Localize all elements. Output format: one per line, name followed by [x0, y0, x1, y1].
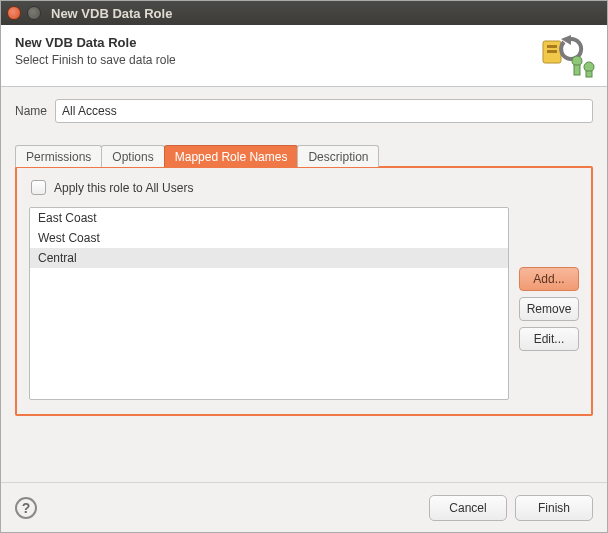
window-title: New VDB Data Role [51, 6, 172, 21]
role-listbox[interactable]: East Coast West Coast Central [29, 207, 509, 400]
apply-all-users-row: Apply this role to All Users [31, 180, 579, 195]
svg-rect-1 [547, 45, 557, 48]
wizard-decoration-icon [541, 31, 597, 79]
footer-buttons: Cancel Finish [429, 495, 593, 521]
name-row: Name [15, 99, 593, 123]
page-subtitle: Select Finish to save data role [15, 53, 593, 67]
edit-button[interactable]: Edit... [519, 327, 579, 351]
add-button[interactable]: Add... [519, 267, 579, 291]
tab-description[interactable]: Description [297, 145, 379, 167]
dialog-footer: ? Cancel Finish [1, 482, 607, 532]
apply-all-users-label: Apply this role to All Users [54, 181, 193, 195]
svg-rect-6 [574, 65, 580, 75]
cancel-button[interactable]: Cancel [429, 495, 507, 521]
titlebar: New VDB Data Role [1, 1, 607, 25]
tab-options[interactable]: Options [101, 145, 164, 167]
spacer [15, 416, 593, 474]
dialog-window: New VDB Data Role New VDB Data Role Sele… [0, 0, 608, 533]
name-input[interactable] [55, 99, 593, 123]
svg-rect-2 [547, 50, 557, 53]
list-item[interactable]: East Coast [30, 208, 508, 228]
svg-rect-7 [586, 71, 592, 77]
page-title: New VDB Data Role [15, 35, 593, 50]
minimize-icon[interactable] [27, 6, 41, 20]
role-area: East Coast West Coast Central Add... Rem… [29, 207, 579, 400]
finish-button[interactable]: Finish [515, 495, 593, 521]
name-label: Name [15, 104, 47, 118]
list-item[interactable]: West Coast [30, 228, 508, 248]
content-area: Name Permissions Options Mapped Role Nam… [1, 87, 607, 482]
apply-all-users-checkbox[interactable] [31, 180, 46, 195]
remove-button[interactable]: Remove [519, 297, 579, 321]
role-button-column: Add... Remove Edit... [519, 207, 579, 400]
close-icon[interactable] [7, 6, 21, 20]
help-icon[interactable]: ? [15, 497, 37, 519]
wizard-header: New VDB Data Role Select Finish to save … [1, 25, 607, 87]
tab-permissions[interactable]: Permissions [15, 145, 102, 167]
tabstrip: Permissions Options Mapped Role Names De… [15, 143, 593, 167]
tab-panel-mapped: Apply this role to All Users East Coast … [15, 166, 593, 416]
list-item[interactable]: Central [30, 248, 508, 268]
tab-mapped-role-names[interactable]: Mapped Role Names [164, 145, 299, 167]
